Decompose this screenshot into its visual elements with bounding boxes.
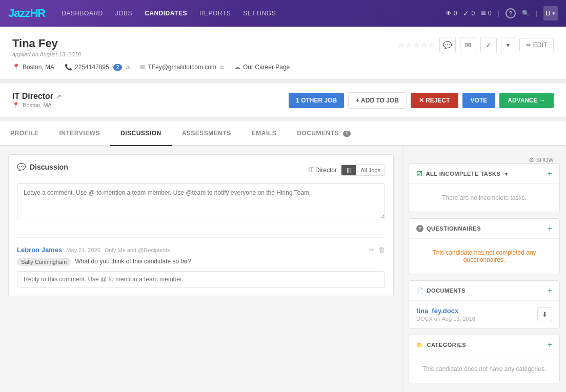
- tab-emails[interactable]: EMAILS: [241, 121, 287, 146]
- email-info: ✉ TFey@gmaildotcom.com ⧉: [140, 64, 224, 71]
- comment-header: Lebron James May 21, 2020 Only Me and @R…: [17, 246, 385, 254]
- chevron-down-icon: ▼: [505, 42, 511, 48]
- divider: |: [498, 10, 499, 17]
- check-icon-btn[interactable]: ✓ 0: [463, 9, 475, 17]
- check-count: 0: [471, 10, 475, 17]
- tasks-title: ☑ ALL INCOMPLETE TASKS ▼: [416, 170, 509, 178]
- other-job-button[interactable]: 1 OTHER JOB: [289, 93, 344, 108]
- check-icon: ✓: [463, 9, 469, 17]
- toggle-itdirector[interactable]: |||: [341, 165, 356, 175]
- discussion-title: 💬 Discussion: [17, 163, 68, 171]
- documents-header[interactable]: 📄 DOCUMENTS +: [409, 281, 559, 301]
- copy-email-icon[interactable]: ⧉: [220, 64, 224, 71]
- show-label: SHOW: [536, 157, 554, 163]
- star-4[interactable]: ☆: [421, 41, 428, 49]
- nav-dashboard[interactable]: DASHBOARD: [62, 10, 103, 17]
- document-icon: 📄: [416, 287, 424, 294]
- star-3[interactable]: ☆: [413, 41, 420, 49]
- external-link-icon[interactable]: ↗: [56, 93, 61, 100]
- comment-date: May 21, 2020: [66, 247, 100, 253]
- left-panel: 💬 Discussion IT Director ||| All Jobs: [0, 146, 402, 392]
- tab-assessments[interactable]: ASSESSMENTS: [172, 121, 241, 146]
- nav-settings[interactable]: SETTINGS: [243, 10, 276, 17]
- folder-icon: 📁: [416, 342, 424, 348]
- tab-documents[interactable]: DOCUMENTS 1: [287, 121, 361, 146]
- copy-phone-icon[interactable]: ⧉: [126, 64, 130, 71]
- comment-action-btn[interactable]: 💬: [439, 37, 456, 53]
- reply-input[interactable]: [17, 271, 385, 287]
- star-1[interactable]: ☆: [398, 41, 405, 49]
- tab-interviews[interactable]: INTERVIEWS: [49, 121, 110, 146]
- navbar-right: 👁 0 ✓ 0 ✉ 0 | ? 🔍 | LI ▼: [446, 6, 558, 20]
- star-2[interactable]: ☆: [406, 41, 412, 49]
- user-avatar[interactable]: LI ▼: [543, 6, 558, 20]
- tasks-header[interactable]: ☑ ALL INCOMPLETE TASKS ▼ +: [409, 164, 559, 184]
- cloud-icon: ☁: [234, 64, 240, 71]
- more-actions-btn[interactable]: ▼: [501, 37, 515, 53]
- edit-button[interactable]: ✏ EDIT: [519, 38, 554, 52]
- question-icon: ?: [416, 225, 423, 232]
- check-action-btn[interactable]: ✓: [480, 37, 497, 53]
- source-info: ☁ Our Career Page: [234, 64, 290, 71]
- tab-profile[interactable]: PROFILE: [0, 121, 49, 146]
- logo[interactable]: JazzHR: [8, 7, 45, 20]
- message-icon-btn[interactable]: ✉ 0: [481, 10, 492, 17]
- show-link[interactable]: ⚙ SHOW: [529, 156, 554, 163]
- candidate-applied: applied on August 13, 2018: [12, 51, 81, 57]
- comment-text: What do you think of this candidate so f…: [75, 258, 191, 265]
- help-icon-btn[interactable]: ?: [506, 8, 516, 18]
- candidate-email: TFey@gmaildotcom.com: [148, 64, 216, 71]
- eye-icon-btn[interactable]: 👁 0: [446, 10, 457, 17]
- candidate-info: 📍 Boston, MA 📞 2254147895 2 ⧉ ✉ TFey@gma…: [12, 64, 554, 71]
- nav-reports[interactable]: REPORTS: [199, 10, 231, 17]
- job-location: 📍 Boston, MA: [12, 102, 61, 109]
- edit-comment-icon[interactable]: ✏: [369, 246, 374, 254]
- right-panel: ⚙ SHOW ☑ ALL INCOMPLETE TASKS ▼ + There …: [402, 146, 566, 392]
- tab-discussion[interactable]: DISCUSSION: [110, 121, 172, 146]
- categories-header[interactable]: 📁 CATEGORIES +: [409, 335, 559, 355]
- doc-name[interactable]: tina_fey.docx: [416, 307, 475, 315]
- divider2: |: [536, 10, 537, 17]
- reject-button[interactable]: ✕ REJECT: [411, 93, 458, 108]
- toggle-alljobs[interactable]: All Jobs: [356, 165, 385, 175]
- documents-badge: 1: [343, 131, 351, 137]
- questionnaires-title: ? QUESTIONNAIRES: [416, 225, 481, 232]
- comment-input[interactable]: [17, 183, 385, 219]
- questionnaires-header[interactable]: ? QUESTIONNAIRES +: [409, 219, 559, 239]
- questionnaires-add-btn[interactable]: +: [548, 224, 552, 233]
- categories-add-btn[interactable]: +: [548, 340, 552, 349]
- mention-tag: Sally Cunningham: [17, 258, 71, 266]
- comment-item: Lebron James May 21, 2020 Only Me and @R…: [17, 237, 385, 287]
- email-action-btn[interactable]: ✉: [460, 37, 476, 53]
- nav-jobs[interactable]: JOBS: [115, 10, 132, 17]
- gear-icon: ⚙: [529, 156, 534, 163]
- download-button[interactable]: ⬇: [537, 307, 552, 321]
- search-icon: 🔍: [522, 10, 530, 17]
- documents-title: 📄 DOCUMENTS: [416, 287, 466, 294]
- delete-comment-icon[interactable]: 🗑: [378, 246, 385, 254]
- vote-button[interactable]: VOTE: [462, 93, 496, 108]
- logo-jazz: Jazz: [8, 7, 30, 19]
- job-buttons: 1 OTHER JOB + ADD TO JOB ✕ REJECT VOTE A…: [289, 92, 554, 109]
- nav-candidates[interactable]: CANDIDATES: [145, 10, 187, 17]
- tasks-add-btn[interactable]: +: [548, 169, 552, 178]
- categories-title: 📁 CATEGORIES: [416, 342, 466, 348]
- star-rating[interactable]: ☆ ☆ ☆ ☆ ☆: [398, 41, 435, 49]
- questionnaires-body: This candidate has not completed any que…: [409, 239, 559, 274]
- advance-button[interactable]: ADVANCE →: [499, 93, 554, 108]
- comment-author[interactable]: Lebron James: [17, 246, 62, 254]
- candidate-top: Tina Fey applied on August 13, 2018 ☆ ☆ …: [12, 37, 554, 57]
- documents-section: 📄 DOCUMENTS + tina_fey.docx DOCX on Aug …: [409, 280, 560, 328]
- job-filter-label: IT Director: [308, 167, 337, 174]
- discussion-header: 💬 Discussion IT Director ||| All Jobs: [17, 163, 385, 177]
- categories-empty: This candidate does not have any categor…: [416, 361, 552, 377]
- search-icon-btn[interactable]: 🔍: [522, 10, 530, 17]
- phone-info: 📞 2254147895 2 ⧉: [65, 64, 130, 71]
- candidate-phone: 2254147895: [75, 64, 109, 71]
- add-to-job-button[interactable]: + ADD TO JOB: [348, 92, 407, 109]
- star-5[interactable]: ☆: [429, 41, 435, 49]
- main-content: Tina Fey applied on August 13, 2018 ☆ ☆ …: [0, 27, 566, 392]
- job-location-icon: 📍: [12, 102, 19, 108]
- questionnaires-section: ? QUESTIONNAIRES + This candidate has no…: [409, 218, 560, 274]
- documents-add-btn[interactable]: +: [548, 286, 552, 295]
